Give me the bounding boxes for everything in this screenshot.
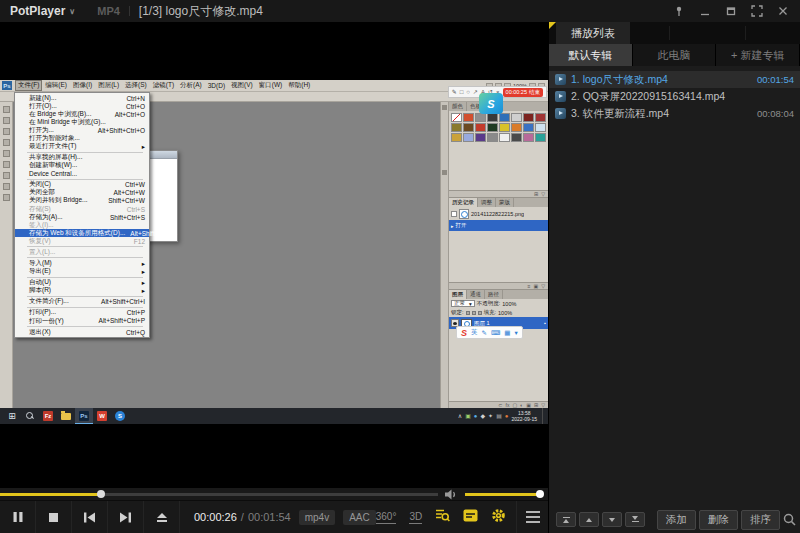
- style-swatch-17[interactable]: [463, 133, 474, 142]
- recorder-tool-icon-3[interactable]: ↗: [473, 89, 478, 95]
- recorder-stop-button[interactable]: 00:00:25 结束: [503, 88, 543, 97]
- video-3d-button[interactable]: 3D: [409, 511, 422, 524]
- style-swatch-22[interactable]: [523, 133, 534, 142]
- ps-menu-3[interactable]: 图层(L): [95, 80, 122, 91]
- style-swatch-9[interactable]: [463, 123, 474, 132]
- file-menu-item-27[interactable]: 脚本(R)▸: [15, 287, 149, 295]
- ime-item-1[interactable]: ✎: [482, 329, 487, 337]
- style-swatch-5[interactable]: [511, 113, 522, 122]
- style-swatch-13[interactable]: [511, 123, 522, 132]
- recorder-tool-icon-0[interactable]: ✎: [452, 89, 457, 95]
- ps-tool-icon[interactable]: [3, 128, 10, 135]
- volume-icon[interactable]: [445, 489, 458, 500]
- settings-button[interactable]: [491, 508, 506, 527]
- style-swatch-16[interactable]: [451, 133, 462, 142]
- blend-mode-select[interactable]: 正常▾: [451, 300, 475, 307]
- close-button[interactable]: [771, 2, 794, 20]
- vr-360-button[interactable]: 360°: [376, 511, 397, 524]
- album-tab-2[interactable]: + 新建专辑: [716, 44, 800, 66]
- playlist-item-2[interactable]: 2. QQ录屏20220915163414.mp4: [549, 88, 800, 105]
- opacity-value[interactable]: 100%: [502, 301, 516, 307]
- delete-button[interactable]: 删除: [699, 510, 738, 530]
- ps-menu-10[interactable]: 帮助(H): [285, 80, 313, 91]
- taskbar-clock[interactable]: 13:58 2022-09-15: [511, 410, 537, 422]
- taskbar-photoshop[interactable]: Ps: [75, 408, 93, 424]
- taskbar-wps[interactable]: W: [93, 408, 111, 424]
- tray-icon-3[interactable]: ◆: [480, 413, 485, 419]
- ps-menu-7[interactable]: 3D(D): [205, 81, 228, 90]
- video-area[interactable]: Ps 文件(F)编辑(E)图像(I)图层(L)选择(S)滤镜(T)分析(A)3D…: [0, 22, 548, 488]
- file-menu-item-6[interactable]: 最近打开文件(T)▸: [15, 142, 149, 150]
- seek-handle[interactable]: [97, 490, 105, 498]
- previous-button[interactable]: [72, 501, 108, 533]
- app-menu-button[interactable]: PotPlayer ∨: [10, 4, 75, 18]
- album-tab-0[interactable]: 默认专辑: [549, 44, 633, 66]
- next-button[interactable]: [108, 501, 144, 533]
- history-source-checkbox[interactable]: [451, 211, 457, 217]
- panel-footer-icon[interactable]: ▽: [541, 191, 545, 197]
- panel-footer-icon[interactable]: ▣: [533, 283, 538, 289]
- style-swatch-1[interactable]: [463, 113, 474, 122]
- ime-item-2[interactable]: ⌨: [491, 329, 500, 337]
- playlist-search-box[interactable]: [783, 513, 796, 526]
- style-swatch-20[interactable]: [499, 133, 510, 142]
- file-menu-item-34[interactable]: 退出(X)Ctrl+Q: [15, 328, 149, 336]
- move-up-button[interactable]: [579, 512, 599, 527]
- fill-value[interactable]: 100%: [498, 310, 512, 316]
- ps-menu-0[interactable]: 文件(F): [15, 80, 42, 91]
- move-top-button[interactable]: [556, 512, 576, 527]
- style-swatch-12[interactable]: [499, 123, 510, 132]
- panel-footer-icon[interactable]: ⊞: [534, 191, 538, 197]
- style-swatch-6[interactable]: [523, 113, 534, 122]
- style-swatch-21[interactable]: [511, 133, 522, 142]
- ps-history-open-step[interactable]: ▸ 打开: [449, 220, 548, 231]
- style-swatch-19[interactable]: [487, 133, 498, 142]
- style-swatch-0[interactable]: [451, 113, 462, 122]
- pin-button[interactable]: [667, 2, 690, 20]
- history-tab-2[interactable]: 蒙版: [496, 198, 514, 207]
- ps-menu-4[interactable]: 选择(S): [122, 80, 150, 91]
- style-swatch-15[interactable]: [535, 123, 546, 132]
- maximize-button[interactable]: [719, 2, 742, 20]
- history-tab-0[interactable]: 历史记录: [449, 198, 478, 207]
- history-tab-1[interactable]: 调整: [478, 198, 496, 207]
- ime-item-0[interactable]: 英: [471, 328, 478, 337]
- move-bottom-button[interactable]: [625, 512, 645, 527]
- playlist-search-button[interactable]: [435, 508, 450, 526]
- ps-menu-8[interactable]: 视图(V): [228, 80, 256, 91]
- tray-icon-5[interactable]: ▤: [496, 413, 502, 419]
- tray-icon-0[interactable]: ∧: [458, 413, 462, 419]
- show-desktop-button[interactable]: [542, 408, 545, 424]
- style-swatch-18[interactable]: [475, 133, 486, 142]
- open-file-button[interactable]: [144, 501, 180, 533]
- lock-pixels-icon[interactable]: [472, 311, 476, 315]
- ps-menu-6[interactable]: 分析(A): [177, 80, 205, 91]
- style-swatch-11[interactable]: [487, 123, 498, 132]
- file-menu-item-10[interactable]: Device Central...: [15, 170, 149, 178]
- taskbar-explorer[interactable]: [57, 408, 75, 424]
- taskbar-search[interactable]: [21, 408, 39, 424]
- recorder-tool-icon-1[interactable]: □: [460, 89, 464, 95]
- ps-tool-icon[interactable]: [3, 172, 10, 179]
- stop-button[interactable]: [36, 501, 72, 533]
- ps-menu-9[interactable]: 窗口(W): [256, 80, 285, 91]
- style-swatch-8[interactable]: [451, 123, 462, 132]
- seek-bar[interactable]: [0, 493, 438, 496]
- ps-tool-icon[interactable]: [3, 139, 10, 146]
- main-menu-button[interactable]: [516, 501, 548, 533]
- lock-position-icon[interactable]: [478, 311, 482, 315]
- ps-tool-icon[interactable]: [3, 117, 10, 124]
- video-codec-badge[interactable]: mp4v: [299, 510, 335, 525]
- style-swatch-7[interactable]: [535, 113, 546, 122]
- panel-footer-icon[interactable]: ≡: [527, 283, 530, 289]
- layers-tab-2[interactable]: 路径: [485, 290, 503, 299]
- volume-slider[interactable]: [465, 493, 541, 496]
- minimize-button[interactable]: [693, 2, 716, 20]
- tray-icon-1[interactable]: ▣: [465, 413, 471, 419]
- taskbar-start[interactable]: ⊞: [3, 408, 21, 424]
- add-button[interactable]: 添加: [657, 510, 696, 530]
- styles-tab-0[interactable]: 颜色: [449, 102, 467, 111]
- tray-icon-6[interactable]: ●: [505, 413, 509, 419]
- file-menu-item-9[interactable]: 创建新审核(W)...: [15, 162, 149, 170]
- file-menu-item-32[interactable]: 打印一份(Y)Alt+Shift+Ctrl+P: [15, 317, 149, 325]
